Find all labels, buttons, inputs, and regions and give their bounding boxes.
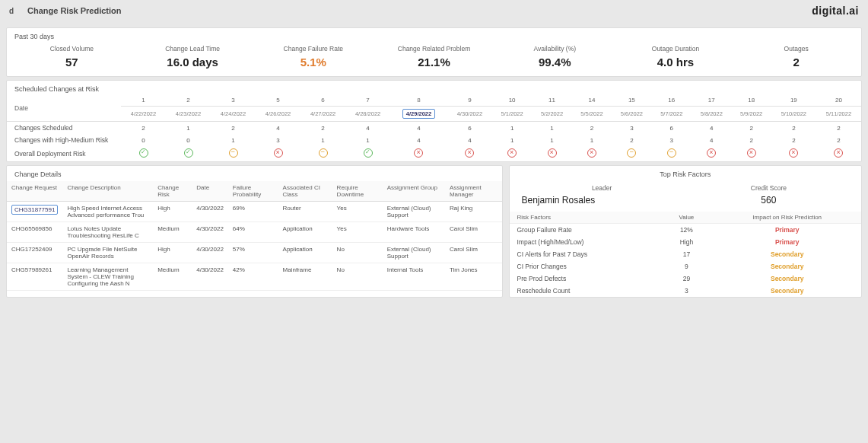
date-col-date[interactable]: 5/8/2022 bbox=[692, 107, 731, 122]
date-col-num[interactable]: 7 bbox=[345, 94, 390, 107]
rf-row: Impact (High/Med/Low)HighPrimary bbox=[510, 236, 862, 248]
rf-header[interactable]: Risk Factors bbox=[510, 212, 660, 224]
risk-red-icon bbox=[747, 148, 756, 158]
kpi-card: Change Failure Rate5.1% bbox=[253, 45, 374, 69]
table-row[interactable]: CHG31877591High Speed Internet Access Ad… bbox=[7, 202, 502, 222]
score-label: Credit Score bbox=[685, 184, 852, 192]
sched-cell: 0 bbox=[166, 134, 211, 146]
downtime: Yes bbox=[332, 202, 383, 222]
date-col-num[interactable]: 17 bbox=[692, 94, 731, 107]
details-header[interactable]: Assignment Manager bbox=[445, 181, 502, 202]
date-col-date[interactable]: 5/11/2022 bbox=[816, 107, 861, 122]
assign-mgr: Carol Slim bbox=[445, 243, 502, 263]
date-col-num[interactable]: 9 bbox=[447, 94, 492, 107]
risk-green-icon bbox=[364, 148, 373, 158]
rf-value: 29 bbox=[660, 272, 713, 285]
date-col-date[interactable]: 4/26/2022 bbox=[256, 107, 300, 122]
kpi-value: 99.4% bbox=[494, 56, 615, 69]
rf-name: Group Failure Rate bbox=[510, 224, 660, 237]
rf-header[interactable]: Value bbox=[660, 212, 713, 224]
change-request[interactable]: CHG17252409 bbox=[7, 243, 62, 263]
date-col-num[interactable]: 5 bbox=[256, 94, 300, 107]
date-col-date[interactable]: 4/27/2022 bbox=[300, 107, 345, 122]
date-col-num[interactable]: 20 bbox=[816, 94, 861, 107]
details-header[interactable]: Change Request bbox=[7, 181, 62, 202]
sched-cell: 2 bbox=[731, 122, 771, 135]
date-col-date[interactable]: 5/9/2022 bbox=[731, 107, 771, 122]
kpi-label: Outages bbox=[736, 45, 857, 53]
date-col-date[interactable]: 4/29/2022 bbox=[390, 107, 447, 122]
rf-value: 12% bbox=[660, 224, 713, 237]
kpi-card: Outage Duration4.0 hrs bbox=[615, 45, 736, 69]
lower-row: Change Details Change RequestChange Desc… bbox=[6, 165, 862, 298]
kpi-card: Change Related Problem21.1% bbox=[374, 45, 494, 69]
date-col-num[interactable]: 1 bbox=[121, 94, 166, 107]
date-col-num[interactable]: 8 bbox=[390, 94, 447, 107]
rf-name: Impact (High/Med/Low) bbox=[510, 236, 660, 248]
sched-cell: 1 bbox=[492, 134, 532, 146]
details-header[interactable]: Assignment Group bbox=[383, 181, 445, 202]
change-request[interactable]: CHG65569856 bbox=[7, 222, 62, 243]
scheduled-panel: Scheduled Changes at Risk Date1235678910… bbox=[6, 80, 862, 162]
date-col-date[interactable]: 4/30/2022 bbox=[447, 107, 492, 122]
details-header[interactable]: Require Downtime bbox=[332, 181, 383, 202]
date-col-num[interactable]: 14 bbox=[572, 94, 612, 107]
date-col-num[interactable]: 6 bbox=[300, 94, 345, 107]
rf-header[interactable]: Impact on Risk Prediction bbox=[713, 212, 861, 224]
risk-cell bbox=[345, 146, 390, 161]
change-request[interactable]: CHG57989261 bbox=[7, 263, 62, 291]
sched-cell: 1 bbox=[300, 134, 345, 146]
date-col-num[interactable]: 18 bbox=[731, 94, 771, 107]
date-col-num[interactable]: 15 bbox=[612, 94, 651, 107]
rf-row: Pre Prod Defects29Secondary bbox=[510, 272, 862, 285]
scheduled-title: Scheduled Changes at Risk bbox=[7, 81, 861, 94]
date-col-date[interactable]: 5/7/2022 bbox=[652, 107, 692, 122]
risk-cell bbox=[771, 146, 816, 161]
date-col-num[interactable]: 10 bbox=[492, 94, 532, 107]
date-col-date[interactable]: 5/2/2022 bbox=[532, 107, 571, 122]
risk-red-icon bbox=[587, 148, 596, 158]
date-col-date[interactable]: 5/6/2022 bbox=[612, 107, 651, 122]
details-header[interactable]: Change Description bbox=[62, 181, 153, 202]
change-details-title: Change Details bbox=[7, 166, 502, 181]
table-row[interactable]: CHG17252409PC Upgrade File NetSuite Open… bbox=[7, 243, 502, 263]
risk-cell bbox=[692, 146, 731, 161]
app-icon[interactable]: d bbox=[6, 5, 17, 16]
sched-cell: 4 bbox=[447, 134, 492, 146]
risk-orange-icon bbox=[627, 148, 636, 158]
table-row[interactable]: CHG65569856Lotus Notes Update Troublesho… bbox=[7, 222, 502, 243]
date-col-num[interactable]: 16 bbox=[652, 94, 692, 107]
date-col-num[interactable]: 19 bbox=[771, 94, 816, 107]
change-risk: Medium bbox=[153, 222, 192, 243]
date-col-date[interactable]: 4/28/2022 bbox=[345, 107, 390, 122]
change-request[interactable]: CHG31877591 bbox=[7, 202, 62, 222]
date-col-num[interactable]: 3 bbox=[211, 94, 256, 107]
date-col-num[interactable]: 11 bbox=[532, 94, 571, 107]
date-col-num[interactable]: 2 bbox=[166, 94, 211, 107]
details-header[interactable]: Change Risk bbox=[153, 181, 192, 202]
details-header[interactable]: Associated CI Class bbox=[278, 181, 332, 202]
sched-cell: 1 bbox=[345, 134, 390, 146]
risk-cell bbox=[492, 146, 532, 161]
risk-cell bbox=[256, 146, 300, 161]
date-col-date[interactable]: 4/24/2022 bbox=[211, 107, 256, 122]
details-header[interactable]: Failure Probability bbox=[228, 181, 278, 202]
rf-impact: Secondary bbox=[713, 248, 861, 260]
sched-cell: 2 bbox=[211, 122, 256, 135]
sched-row-label: Changes with High-Medium Risk bbox=[7, 134, 121, 146]
sched-cell: 1 bbox=[211, 134, 256, 146]
date-col-date[interactable]: 5/1/2022 bbox=[492, 107, 532, 122]
risk-cell bbox=[300, 146, 345, 161]
risk-cell bbox=[121, 146, 166, 161]
risk-red-icon bbox=[274, 148, 283, 158]
sched-cell: 2 bbox=[771, 122, 816, 135]
date-col-date[interactable]: 4/22/2022 bbox=[121, 107, 166, 122]
sched-row-label: Changes Scheduled bbox=[7, 122, 121, 135]
change-date: 4/30/2022 bbox=[192, 243, 228, 263]
sched-cell: 2 bbox=[612, 134, 651, 146]
date-col-date[interactable]: 5/10/2022 bbox=[771, 107, 816, 122]
date-col-date[interactable]: 5/5/2022 bbox=[572, 107, 612, 122]
table-row[interactable]: CHG57989261Learning Management System - … bbox=[7, 263, 502, 291]
date-col-date[interactable]: 4/23/2022 bbox=[166, 107, 211, 122]
details-header[interactable]: Date bbox=[192, 181, 228, 202]
